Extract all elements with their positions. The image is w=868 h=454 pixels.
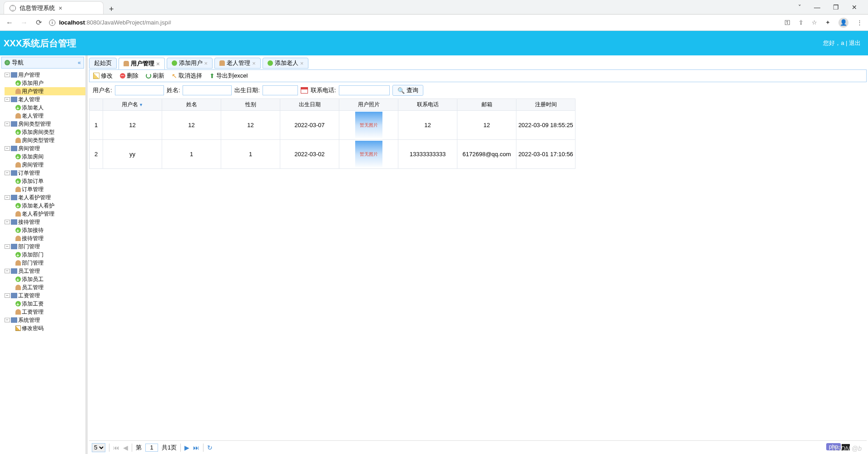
table-row[interactable]: 1 12 12 12 2022-03-07 暂无图片 12 12 2022-03… — [89, 111, 575, 140]
tree-group[interactable]: −部门管理 — [5, 242, 85, 251]
reload-button[interactable]: ↻ — [207, 444, 213, 451]
maximize-icon[interactable]: ❐ — [833, 4, 839, 11]
table-row[interactable]: 2 yy 1 1 2022-03-02 暂无图片 13333333333 617… — [89, 140, 575, 169]
tree-item[interactable]: 修改密码 — [5, 324, 85, 332]
tree-item[interactable]: 添加房间类型 — [5, 128, 85, 136]
tree-group[interactable]: −工资管理 — [5, 291, 85, 300]
tree-item[interactable]: 添加工资 — [5, 300, 85, 308]
prev-page-button[interactable]: ◀ — [123, 444, 128, 451]
content-tab[interactable]: 起始页 — [89, 58, 117, 69]
minus-icon[interactable]: − — [5, 146, 10, 151]
tree-item[interactable]: 添加接待 — [5, 226, 85, 234]
close-icon[interactable]: ✕ — [852, 4, 857, 11]
tree-group[interactable]: −房间管理 — [5, 144, 85, 153]
col-header[interactable]: 邮箱 — [457, 99, 516, 111]
birth-input[interactable] — [263, 85, 298, 95]
minus-icon[interactable]: − — [5, 195, 10, 200]
last-page-button[interactable]: ⏭ — [193, 444, 199, 451]
url-box[interactable]: i localhost:8080/JavaWebProject/main.jsp… — [49, 19, 778, 26]
next-page-button[interactable]: ▶ — [184, 444, 189, 451]
chevron-down-icon[interactable]: ˅ — [798, 4, 801, 11]
minus-icon[interactable]: − — [5, 220, 10, 224]
delete-button[interactable]: 删除 — [120, 72, 139, 80]
minus-icon[interactable]: − — [5, 122, 10, 126]
col-header[interactable]: 性别 — [221, 99, 280, 111]
forward-button[interactable]: → — [20, 19, 28, 27]
tree-item[interactable]: 老人看护管理 — [5, 210, 85, 218]
tree-group[interactable]: −老人管理 — [5, 95, 85, 104]
new-tab-button[interactable]: + — [104, 5, 119, 14]
browser-tab[interactable]: 信息管理系统 × — [4, 1, 104, 14]
minus-icon[interactable]: − — [5, 244, 10, 249]
share-icon[interactable]: ⇪ — [799, 19, 804, 26]
minus-icon[interactable]: − — [5, 293, 10, 298]
tree-item[interactable]: 添加部门 — [5, 251, 85, 259]
tree-item[interactable]: 添加老人看护 — [5, 202, 85, 210]
minus-icon[interactable]: − — [5, 97, 10, 102]
tree-item[interactable]: 用户管理 — [5, 87, 85, 95]
tree-group[interactable]: −订单管理 — [5, 169, 85, 177]
logout-link[interactable]: 退出 — [849, 39, 861, 46]
reload-button[interactable]: ⟳ — [35, 18, 43, 27]
export-excel-button[interactable]: ⬆导出到excel — [209, 72, 248, 80]
tree-group[interactable]: −接待管理 — [5, 218, 85, 226]
tree-item[interactable]: 添加订单 — [5, 177, 85, 185]
phone-input[interactable] — [339, 85, 390, 95]
minimize-icon[interactable]: — — [814, 4, 820, 11]
tree-item[interactable]: 添加用户 — [5, 79, 85, 87]
col-header[interactable]: 姓名 — [162, 99, 221, 111]
tree-item[interactable]: 添加房间 — [5, 153, 85, 161]
tree-item[interactable]: 接待管理 — [5, 234, 85, 242]
tree-group[interactable]: −系统管理 — [5, 316, 85, 324]
search-button[interactable]: 🔍查询 — [392, 85, 423, 96]
minus-icon[interactable]: − — [5, 73, 10, 77]
close-icon[interactable]: × — [156, 60, 160, 67]
profile-avatar[interactable]: 👤 — [838, 18, 848, 28]
minus-icon[interactable]: − — [5, 269, 10, 273]
username-input[interactable] — [115, 85, 164, 95]
tree-item[interactable]: 订单管理 — [5, 185, 85, 193]
content-tab[interactable]: 老人管理× — [214, 58, 261, 69]
col-header[interactable]: 联系电话 — [398, 99, 457, 111]
tree-item[interactable]: 老人管理 — [5, 112, 85, 120]
tree-group[interactable]: −员工管理 — [5, 267, 85, 275]
tree-item[interactable]: 员工管理 — [5, 283, 85, 291]
tree-item[interactable]: 工资管理 — [5, 308, 85, 316]
tree-group[interactable]: −用户管理 — [5, 71, 85, 79]
tree-item[interactable]: 部门管理 — [5, 259, 85, 267]
tree-item[interactable]: 房间类型管理 — [5, 136, 85, 144]
collapse-icon[interactable]: « — [78, 59, 81, 66]
edit-button[interactable]: 修改 — [93, 72, 113, 80]
key-icon[interactable]: ⚿ — [784, 19, 790, 26]
content-tab[interactable]: 添加老人× — [263, 58, 309, 69]
close-icon[interactable]: × — [300, 60, 304, 67]
minus-icon[interactable]: − — [5, 318, 10, 322]
menu-icon[interactable]: ⋮ — [857, 19, 863, 26]
pagesize-select[interactable]: 5 — [92, 443, 105, 452]
tree-item[interactable]: 房间管理 — [5, 161, 85, 169]
col-header[interactable]: 出生日期 — [280, 99, 339, 111]
close-icon[interactable]: × — [204, 60, 208, 67]
close-icon[interactable]: × — [59, 5, 62, 12]
calendar-icon[interactable] — [301, 87, 308, 94]
tree-item[interactable]: 添加老人 — [5, 104, 85, 112]
close-icon[interactable]: × — [252, 60, 256, 67]
tree-item[interactable]: 添加员工 — [5, 275, 85, 283]
refresh-button[interactable]: 刷新 — [146, 72, 164, 80]
minus-icon[interactable]: − — [5, 171, 10, 175]
tree-group[interactable]: −老人看护管理 — [5, 193, 85, 202]
name-input[interactable] — [183, 85, 232, 95]
first-page-button[interactable]: ⏮ — [113, 444, 119, 451]
content-tab[interactable]: 用户管理× — [119, 58, 165, 69]
content-tab[interactable]: 添加用户× — [167, 58, 213, 69]
extension-icon[interactable]: ✦ — [825, 19, 830, 26]
col-header[interactable]: 注册时间 — [516, 99, 575, 111]
col-header[interactable]: 用户名▼ — [103, 99, 162, 111]
col-header[interactable]: 用户照片 — [339, 99, 398, 111]
cancel-select-button[interactable]: ↖取消选择 — [172, 72, 202, 80]
tree-group[interactable]: −房间类型管理 — [5, 120, 85, 128]
star-icon[interactable]: ☆ — [812, 19, 817, 26]
page-input[interactable] — [145, 444, 158, 452]
back-button[interactable]: ← — [5, 19, 14, 27]
site-info-icon[interactable]: i — [49, 20, 55, 26]
